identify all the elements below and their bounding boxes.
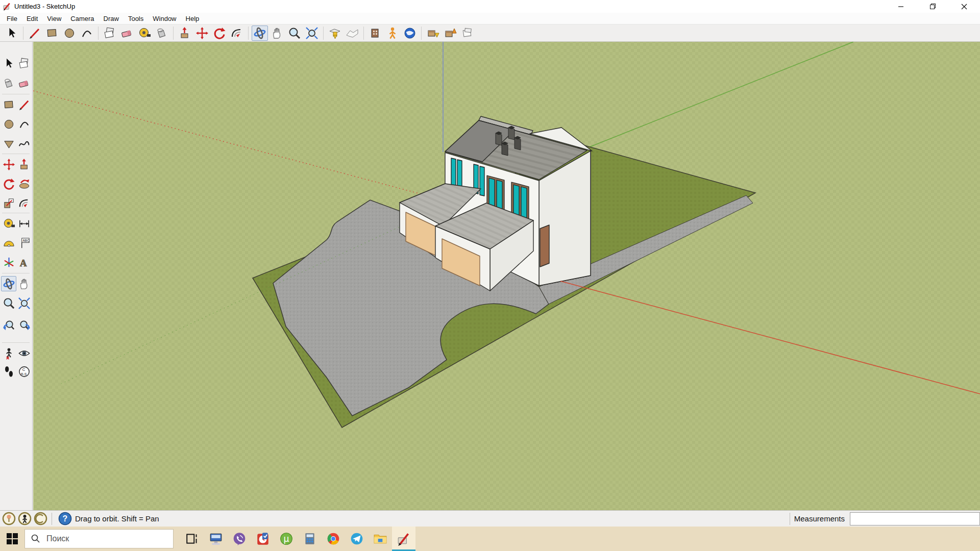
geolocation-icon[interactable] bbox=[2, 512, 16, 525]
push-pull-icon bbox=[18, 158, 31, 171]
top-tool-add-location[interactable] bbox=[327, 26, 343, 41]
top-tool-photo-textures[interactable] bbox=[367, 26, 383, 41]
top-tool-toggle-terrain[interactable] bbox=[344, 26, 360, 41]
side-tool-zoom[interactable] bbox=[1, 295, 16, 311]
large-tool-set: ABCACR-S bbox=[0, 42, 33, 510]
side-tool-move[interactable] bbox=[1, 157, 16, 172]
taskbar-app-file-explorer[interactable] bbox=[369, 527, 392, 551]
top-tool-move[interactable] bbox=[194, 26, 210, 41]
credits-icon[interactable] bbox=[34, 512, 47, 525]
side-tool-look-around[interactable] bbox=[16, 345, 32, 361]
zoom-extents-icon bbox=[18, 297, 31, 310]
top-tool-share-models[interactable] bbox=[442, 26, 458, 41]
measurements-input[interactable] bbox=[850, 512, 980, 525]
minimize-button[interactable] bbox=[885, 0, 917, 13]
side-tool-pan[interactable] bbox=[16, 276, 32, 291]
close-button[interactable] bbox=[948, 0, 980, 13]
side-tool-polygon[interactable] bbox=[1, 136, 16, 151]
taskbar-app-telegram[interactable] bbox=[345, 527, 369, 551]
taskbar-app-sketchup[interactable] bbox=[392, 527, 415, 551]
side-tool-walk[interactable] bbox=[1, 364, 16, 379]
side-tool-3d-text[interactable]: A bbox=[16, 255, 32, 270]
menu-help[interactable]: Help bbox=[181, 13, 204, 24]
menu-window[interactable]: Window bbox=[148, 13, 181, 24]
side-tool-axes[interactable] bbox=[1, 255, 16, 270]
top-tool-line[interactable] bbox=[27, 26, 43, 41]
side-tool-zoom-next[interactable] bbox=[16, 318, 32, 333]
measurements-label: Measurements bbox=[794, 514, 845, 523]
side-tool-eraser[interactable] bbox=[16, 76, 32, 91]
top-tool-figure[interactable] bbox=[384, 26, 401, 41]
menu-file[interactable]: File bbox=[2, 13, 22, 24]
top-tool-tape-measure[interactable] bbox=[136, 26, 153, 41]
side-tool-section-plane[interactable]: CR-S bbox=[16, 364, 32, 379]
taskbar-app-calculator[interactable] bbox=[298, 527, 322, 551]
top-tool-orbit[interactable] bbox=[252, 26, 268, 41]
side-tool-line[interactable] bbox=[16, 97, 32, 112]
taskbar-app-viber[interactable] bbox=[228, 527, 251, 551]
side-tool-arc[interactable] bbox=[16, 116, 32, 132]
taskbar-app-mail-clock[interactable] bbox=[251, 527, 275, 551]
claim-credit-icon[interactable] bbox=[18, 512, 32, 525]
top-tool-paint-bucket[interactable] bbox=[154, 26, 170, 41]
protractor-icon bbox=[3, 237, 15, 249]
top-tool-rotate[interactable] bbox=[211, 26, 228, 41]
taskbar-search[interactable]: Поиск bbox=[24, 529, 174, 548]
side-tool-select[interactable] bbox=[1, 56, 16, 71]
offset-icon bbox=[18, 197, 31, 210]
side-tool-circle[interactable] bbox=[1, 116, 16, 132]
side-tool-tape-measure[interactable] bbox=[1, 216, 16, 231]
top-tool-rectangle[interactable] bbox=[44, 26, 60, 41]
side-tool-protractor[interactable] bbox=[1, 235, 16, 251]
taskbar-app-task-view[interactable] bbox=[181, 527, 204, 551]
top-tool-eraser[interactable] bbox=[119, 26, 135, 41]
axes-icon bbox=[3, 256, 15, 269]
side-tool-make-component[interactable] bbox=[16, 56, 32, 71]
help-icon[interactable]: ? bbox=[58, 512, 72, 525]
side-tool-freehand[interactable] bbox=[16, 136, 32, 151]
start-button[interactable] bbox=[0, 527, 24, 551]
side-tool-zoom-extents[interactable] bbox=[16, 295, 32, 311]
side-tool-text[interactable]: ABC bbox=[16, 235, 32, 251]
top-tool-get-models[interactable] bbox=[425, 26, 441, 41]
side-tool-dimensions[interactable] bbox=[16, 216, 32, 231]
top-tool-arc[interactable] bbox=[79, 26, 95, 41]
menu-tools[interactable]: Tools bbox=[124, 13, 148, 24]
side-tool-paint-bucket[interactable] bbox=[1, 76, 16, 91]
taskbar-app-chrome[interactable] bbox=[322, 527, 345, 551]
side-tool-rotate[interactable] bbox=[1, 176, 16, 191]
side-tool-orbit[interactable] bbox=[1, 276, 16, 291]
top-tool-zoom-extents[interactable] bbox=[304, 26, 320, 41]
top-tool-pan[interactable] bbox=[269, 26, 285, 41]
get-models-icon bbox=[426, 27, 439, 40]
side-tool-position-camera[interactable] bbox=[1, 345, 16, 361]
top-tool-offset[interactable] bbox=[229, 26, 245, 41]
side-tool-scale[interactable] bbox=[1, 195, 16, 211]
side-tool-rectangle[interactable] bbox=[1, 97, 16, 112]
eraser-icon bbox=[120, 27, 134, 40]
restore-button[interactable] bbox=[917, 0, 948, 13]
menu-view[interactable]: View bbox=[42, 13, 66, 24]
top-tool-circle[interactable] bbox=[61, 26, 78, 41]
top-tool-google-earth[interactable] bbox=[402, 26, 418, 41]
tape-measure-icon bbox=[138, 27, 151, 40]
top-tool-warehouse-box[interactable] bbox=[459, 26, 476, 41]
top-tool-select[interactable] bbox=[4, 26, 20, 41]
viewport-3d[interactable] bbox=[33, 42, 980, 510]
top-tool-push-pull[interactable] bbox=[177, 26, 193, 41]
side-tool-offset[interactable] bbox=[16, 195, 32, 211]
top-tool-zoom[interactable] bbox=[286, 26, 303, 41]
side-tool-push-pull[interactable] bbox=[16, 157, 32, 172]
menu-draw[interactable]: Draw bbox=[99, 13, 124, 24]
dimensions-icon bbox=[18, 217, 31, 230]
side-tool-zoom-previous[interactable] bbox=[1, 318, 16, 333]
3d-text-icon: A bbox=[18, 256, 31, 269]
zoom-extents-icon bbox=[305, 27, 318, 40]
toolbar-separator bbox=[323, 27, 324, 40]
menu-camera[interactable]: Camera bbox=[66, 13, 99, 24]
taskbar-app-keyboard-pc[interactable] bbox=[204, 527, 228, 551]
top-tool-make-component[interactable] bbox=[102, 26, 118, 41]
menu-edit[interactable]: Edit bbox=[22, 13, 42, 24]
taskbar-app-utorrent[interactable]: µ bbox=[275, 527, 298, 551]
side-tool-follow-me[interactable] bbox=[16, 176, 32, 191]
